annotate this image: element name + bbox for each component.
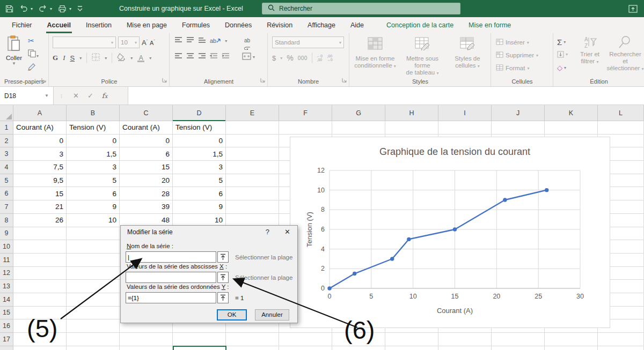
cell-I18[interactable] [438,346,492,350]
edit-series-dialog[interactable]: Modifier la série ? ✕ Nom de la série :S… [120,225,298,323]
cell-E4[interactable] [226,161,279,174]
cell-A13[interactable] [13,280,67,293]
cell-C3[interactable]: 6 [120,147,173,161]
cell-I1[interactable] [438,121,492,135]
orientation-icon[interactable]: ab [210,38,221,44]
borders-dropdown-icon[interactable]: ▾ [105,56,107,61]
cancel-button[interactable]: Annuler [255,309,289,321]
cell-E1[interactable] [226,121,279,135]
cell-B15[interactable] [67,307,120,320]
cell-L18[interactable] [598,346,644,350]
print-icon[interactable] [58,5,67,13]
cell-E2[interactable] [226,135,279,148]
cell-E18[interactable] [226,346,279,350]
col-header-F[interactable]: F [279,105,332,121]
cell-G18[interactable] [332,346,385,350]
align-bottom-icon[interactable] [198,36,206,45]
autosum-button[interactable]: Σ▾ [557,38,566,47]
cell-D17[interactable] [173,333,226,346]
select-all-corner[interactable] [0,105,13,121]
cell-K17[interactable] [545,333,598,346]
shrink-font-icon[interactable]: Aˇ [150,39,155,46]
cell-B17[interactable] [67,333,120,346]
col-header-K[interactable]: K [545,105,598,121]
cell-J17[interactable] [492,333,545,346]
selected-cell-d18[interactable] [173,346,226,350]
orientation-dropdown-icon[interactable]: ▾ [225,39,227,43]
undo-icon[interactable] [19,5,28,12]
row-header-2[interactable]: 2 [0,135,13,148]
font-color-icon[interactable]: A [137,54,144,62]
cell-B10[interactable] [67,240,120,254]
row-header-8[interactable]: 8 [0,214,13,227]
cell-A2[interactable]: 0 [13,135,67,148]
tab-mise-en-page[interactable]: Mise en page [119,17,174,33]
cell-D3[interactable]: 1,5 [173,147,226,161]
dialog-help-icon[interactable]: ? [266,228,269,236]
find-select-button[interactable]: Rechercher et sélectionner ▾ [606,35,644,72]
row-header-4[interactable]: 4 [0,161,13,174]
cell-F17[interactable] [279,333,332,346]
align-middle-icon[interactable] [186,36,194,45]
cancel-entry-icon[interactable]: ✕ [73,92,79,100]
cell-B16[interactable] [67,319,120,333]
cell-A12[interactable] [13,267,67,280]
cell-D4[interactable]: 3 [173,161,226,174]
cell-F1[interactable] [279,121,332,135]
cell-K1[interactable] [545,121,598,135]
tab-affichage[interactable]: Affichage [300,17,343,33]
cell-G1[interactable] [332,121,385,135]
col-header-A[interactable]: A [13,105,67,121]
cell-C7[interactable]: 39 [120,200,173,214]
cell-C5[interactable]: 20 [120,174,173,188]
borders-icon[interactable] [92,53,100,63]
dialog-input-1[interactable] [126,251,216,263]
range-selector-icon-1[interactable] [217,251,229,263]
cell-A6[interactable]: 15 [13,187,67,200]
align-right-icon[interactable] [198,53,206,61]
merge-center-icon[interactable] [242,53,251,62]
currency-dropdown-icon[interactable]: ▾ [280,56,282,61]
row-header-17[interactable]: 17 [0,333,13,346]
paste-button[interactable]: Coller ▼ [2,35,26,76]
tab-aide[interactable]: Aide [343,17,371,33]
tab-formules[interactable]: Formules [174,17,217,33]
increase-indent-icon[interactable] [222,53,230,61]
row-header-10[interactable]: 10 [0,240,13,254]
tab-insertion[interactable]: Insertion [78,17,119,33]
cell-E6[interactable] [226,187,279,200]
row-header-15[interactable]: 15 [0,307,13,320]
tab-mise-en-forme[interactable]: Mise en forme [461,17,518,33]
cell-E7[interactable] [226,200,279,214]
row-header-18[interactable] [0,346,13,350]
cell-H1[interactable] [385,121,438,135]
col-header-H[interactable]: H [385,105,438,121]
paste-dropdown-icon[interactable]: ▼ [2,61,26,66]
cell-D1[interactable]: Tension (V) [173,121,226,135]
dialog-close-icon[interactable]: ✕ [284,228,290,236]
insert-function-icon[interactable]: fx [102,92,107,100]
align-center-icon[interactable] [186,53,194,61]
range-selector-icon-2[interactable] [217,272,229,283]
name-box[interactable]: D18▼ [0,87,54,105]
decrease-indent-icon[interactable] [210,53,218,61]
format-painter-icon[interactable] [28,63,36,72]
bold-button[interactable]: G [53,54,58,62]
row-header-13[interactable]: 13 [0,280,13,293]
cell-B7[interactable]: 9 [67,200,120,214]
italic-button[interactable]: I [63,54,65,62]
font-size-combo[interactable]: 10▾ [118,36,140,48]
cell-B14[interactable] [67,293,120,307]
cell-B8[interactable]: 10 [67,214,120,227]
font-color-dropdown-icon[interactable]: ▾ [149,56,151,61]
cell-B3[interactable]: 1,5 [67,147,120,161]
cell-A11[interactable] [13,254,67,267]
cell-D2[interactable]: 0 [173,135,226,148]
cell-A10[interactable] [13,240,67,254]
format-cells-button[interactable]: Format▾ [496,64,529,72]
copy-icon[interactable]: ▾ [28,49,39,59]
dialog-input-3[interactable] [126,292,216,303]
grow-font-icon[interactable]: Aˆ [142,39,148,47]
row-header-12[interactable]: 12 [0,267,13,280]
cell-C4[interactable]: 15 [120,161,173,174]
